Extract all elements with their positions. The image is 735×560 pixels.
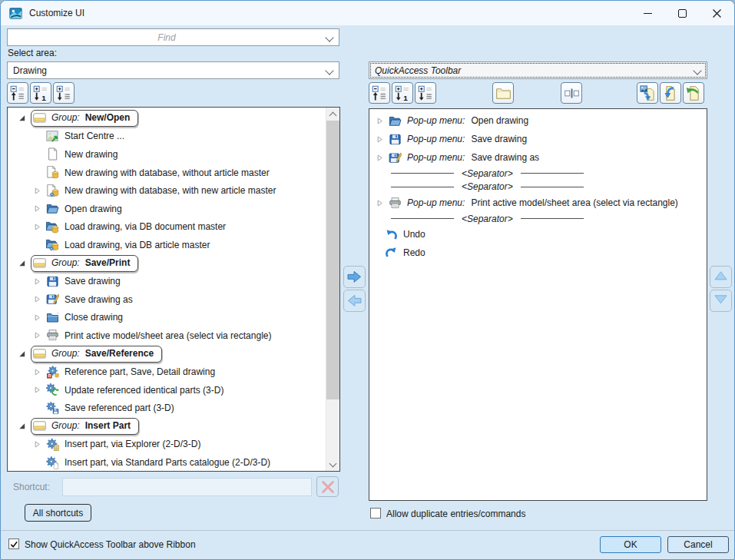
expander-collapsed-icon[interactable]: [33, 187, 41, 195]
cancel-button[interactable]: Cancel: [667, 536, 729, 553]
scroll-up-button[interactable]: [326, 108, 339, 121]
tree-item[interactable]: Reference part, Save, Detail drawing: [8, 363, 326, 381]
tree-item[interactable]: Save drawing: [8, 272, 326, 290]
expander-collapsed-icon[interactable]: [376, 135, 384, 144]
tree-item-label: New drawing: [65, 149, 118, 160]
chevron-down-icon: [329, 459, 337, 467]
move-up-button[interactable]: [710, 266, 732, 288]
customize-ui-dialog: Customize UI Select area: Drawing Group:…: [0, 0, 735, 560]
import-icon-image-button[interactable]: [637, 82, 658, 104]
find-input[interactable]: [13, 31, 320, 44]
expander-expanded-icon[interactable]: [18, 350, 26, 358]
popup-menu-item[interactable]: Pop-up menu: Save drawing: [369, 130, 707, 148]
tree-group-save-reference[interactable]: Group: Save/Reference: [8, 345, 326, 363]
clear-shortcut-button[interactable]: [316, 476, 339, 497]
tree-item[interactable]: Insert part, via Standard Parts catalogu…: [8, 453, 326, 471]
move-down-button[interactable]: [710, 290, 732, 312]
find-combobox[interactable]: [7, 28, 339, 46]
allow-duplicates-checkbox[interactable]: [370, 508, 381, 519]
expand-all-button[interactable]: [53, 82, 74, 104]
tree-item[interactable]: Insert part, via Explorer (2-D/3-D): [8, 436, 326, 454]
minimize-button[interactable]: [631, 1, 665, 25]
expander-collapsed-icon[interactable]: [33, 277, 41, 286]
tree-item-label: Reference part, Save, Detail drawing: [65, 366, 215, 377]
popup-menu-item[interactable]: Pop-up menu: Print active model/sheet ar…: [369, 194, 707, 212]
tree-item[interactable]: Start Centre ...: [8, 128, 326, 146]
commands-tree[interactable]: Group: New/Open Start Centre ... New dra…: [8, 108, 326, 471]
tree-item[interactable]: Open drawing: [8, 200, 326, 218]
move-right-button[interactable]: [343, 266, 366, 288]
scrollbar-thumb[interactable]: [326, 121, 339, 399]
popup-menu-item[interactable]: Pop-up menu: Save drawing as: [369, 148, 707, 167]
show-quickaccess-checkbox[interactable]: [8, 538, 19, 549]
select-area-combobox[interactable]: Drawing: [7, 61, 339, 79]
floppy-pencil-icon: [389, 151, 402, 164]
tree-item[interactable]: New drawing: [8, 145, 326, 164]
expander-collapsed-icon[interactable]: [376, 199, 384, 207]
vertical-scrollbar[interactable]: [326, 108, 339, 471]
reset-toolbar-button[interactable]: [683, 82, 704, 104]
expander-collapsed-icon[interactable]: [33, 331, 41, 340]
tree-item[interactable]: Print active model/sheet area (select vi…: [8, 326, 326, 345]
collapse-all-button-right[interactable]: [369, 82, 390, 104]
floppy-pencil-icon: [46, 293, 59, 306]
expander-collapsed-icon[interactable]: [33, 204, 41, 213]
maximize-button[interactable]: [665, 1, 700, 25]
expander-collapsed-icon[interactable]: [33, 368, 41, 376]
expander-collapsed-icon[interactable]: [376, 117, 384, 125]
collapse-all-button[interactable]: [7, 82, 28, 104]
tree-item[interactable]: Save referenced part (3-D): [8, 399, 326, 418]
shortcut-label: Shortcut:: [13, 482, 50, 492]
expander-collapsed-icon[interactable]: [33, 313, 41, 322]
tree-item[interactable]: Close drawing: [8, 309, 326, 327]
shortcut-input[interactable]: [62, 478, 312, 496]
all-shortcuts-button[interactable]: All shortcuts: [25, 504, 91, 522]
expander-collapsed-icon[interactable]: [33, 440, 41, 449]
gear-catalogue-icon: [46, 456, 59, 469]
expand-one-level-button-right[interactable]: [392, 82, 413, 104]
separator-item[interactable]: <Separator>: [369, 212, 707, 226]
tree-group-save-print[interactable]: Group: Save/Print: [8, 254, 326, 273]
tree-item[interactable]: New drawing with database, without artic…: [8, 164, 326, 182]
commands-tree-panel: Group: New/Open Start Centre ... New dra…: [7, 107, 340, 472]
tree-item-label: Load drawing, via DB article master: [65, 240, 210, 250]
expand-all-button-right[interactable]: [415, 82, 436, 104]
folder-icon: [495, 85, 512, 101]
tree-item[interactable]: Save drawing as: [8, 290, 326, 309]
tree-item[interactable]: Update referenced identical parts (3-D): [8, 381, 326, 399]
page-database-icon: [46, 166, 59, 179]
expander-collapsed-icon[interactable]: [33, 386, 41, 394]
popup-menu-item[interactable]: Pop-up menu: Open drawing: [369, 111, 707, 130]
expander-expanded-icon[interactable]: [18, 114, 26, 122]
expander-expanded-icon[interactable]: [18, 422, 26, 430]
separator-item[interactable]: <Separator>: [369, 167, 707, 181]
separator-item[interactable]: <Separator>: [369, 181, 707, 194]
tree-item[interactable]: Load drawing, via DB article master: [8, 236, 326, 254]
expander-collapsed-icon[interactable]: [33, 295, 41, 303]
toolbar-item-undo[interactable]: Undo: [369, 226, 707, 244]
printer-icon: [46, 329, 59, 342]
toolbar-content-tree[interactable]: Pop-up menu: Open drawing Pop-up menu: S…: [369, 109, 707, 500]
expander-expanded-icon[interactable]: [18, 259, 26, 267]
tree-item[interactable]: New drawing with database, with new arti…: [8, 181, 326, 200]
close-button[interactable]: [700, 1, 734, 25]
tree-group-insert-part[interactable]: Group: Insert Part: [8, 417, 326, 436]
tree-group-new-open[interactable]: Group: New/Open: [8, 109, 326, 128]
chevron-down-icon: [325, 66, 333, 75]
tree-item-label: Load drawing, via DB document master: [65, 221, 226, 232]
checkmark-icon: [10, 540, 18, 548]
add-separator-button[interactable]: [561, 82, 582, 104]
target-toolbar-combobox[interactable]: QuickAccess Toolbar: [369, 61, 707, 79]
new-group-button[interactable]: [492, 82, 514, 104]
scroll-down-button[interactable]: [326, 458, 339, 471]
expand-one-level-button[interactable]: [30, 82, 51, 104]
import-toolbar-button[interactable]: [660, 82, 681, 104]
expander-collapsed-icon[interactable]: [376, 154, 384, 162]
separator-label: <Separator>: [462, 214, 513, 224]
ok-button[interactable]: OK: [600, 536, 661, 553]
move-left-button[interactable]: [343, 290, 366, 312]
toolbar-item-redo[interactable]: Redo: [369, 244, 707, 262]
tree-item[interactable]: Load drawing, via DB document master: [8, 218, 326, 237]
start-centre-icon: [46, 130, 59, 143]
expander-collapsed-icon[interactable]: [33, 223, 41, 231]
